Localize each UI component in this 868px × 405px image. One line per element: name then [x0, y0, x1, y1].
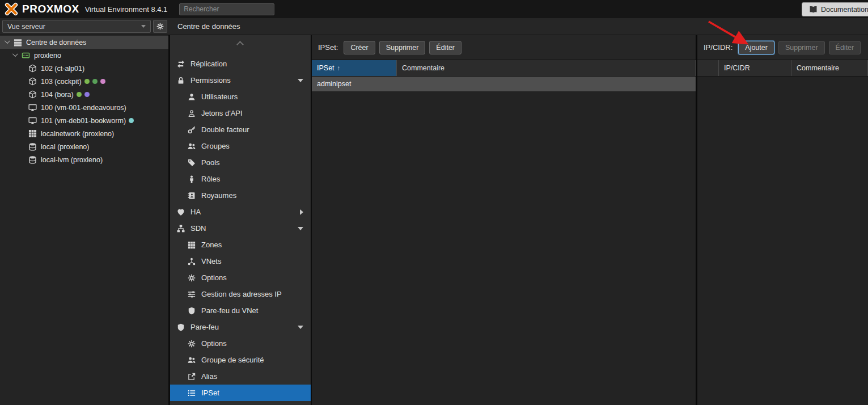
- external-link-icon: [188, 373, 196, 381]
- person-icon: [188, 175, 196, 183]
- ipcidr-panel: IP/CIDR: Ajouter Supprimer Éditer IP/CID…: [697, 35, 868, 405]
- gear-icon: [188, 274, 196, 282]
- nav-item-security-group[interactable]: Groupe de sécurité: [170, 352, 311, 368]
- list-icon: [188, 389, 196, 397]
- container-icon: [28, 64, 37, 73]
- gear-icon: [188, 340, 196, 348]
- column-header-comment[interactable]: Commentaire: [397, 60, 696, 76]
- gear-icon: [156, 23, 164, 30]
- status-dot: [77, 92, 82, 97]
- tree-item-datacenter[interactable]: Centre de données: [0, 36, 168, 49]
- tree-item-storage-local[interactable]: local (proxleno): [0, 140, 168, 153]
- datacenter-icon: [14, 38, 22, 47]
- nav-item-replication[interactable]: Réplication: [170, 56, 311, 72]
- breadcrumb: Centre de données: [177, 22, 240, 31]
- nav-item-zones[interactable]: Zones: [170, 237, 311, 253]
- search-input[interactable]: [179, 3, 274, 15]
- tree-item-label: Centre de données: [26, 39, 86, 47]
- nav-item-firewall-options[interactable]: Options: [170, 335, 311, 352]
- nav-item-ipam[interactable]: Gestion des adresses IP: [170, 286, 311, 302]
- ipset-remove-button[interactable]: Supprimer: [379, 41, 426, 54]
- column-header-ipcidr[interactable]: IP/CIDR: [719, 60, 791, 76]
- tags-icon: [188, 159, 196, 167]
- nav-item-realms[interactable]: Royaumes: [170, 187, 311, 204]
- shield-icon: [188, 307, 196, 315]
- chevron-down-icon: [5, 38, 10, 44]
- ipcidr-toolbar-label: IP/CIDR:: [704, 43, 732, 52]
- tree-settings-button[interactable]: [153, 20, 167, 33]
- ipcidr-add-button[interactable]: Ajouter: [738, 41, 774, 54]
- chevron-down-icon: [141, 25, 146, 28]
- users-icon: [188, 356, 196, 364]
- tree-item-localnetwork[interactable]: localnetwork (proxleno): [0, 127, 168, 140]
- ipset-name-cell: adminipset: [312, 80, 397, 88]
- ipset-edit-button[interactable]: Éditer: [429, 41, 461, 54]
- column-header-spacer: [697, 60, 719, 76]
- nav-item-sdn[interactable]: SDN: [170, 220, 311, 237]
- ipset-grid-empty-area: [312, 91, 696, 405]
- nav-item-sdn-options[interactable]: Options: [170, 269, 311, 286]
- nav-item-users[interactable]: Utilisateurs: [170, 88, 311, 105]
- nav-item-api-tokens[interactable]: Jetons d'API: [170, 105, 311, 121]
- top-bar: PROXMOX Virtual Environment 8.4.1 Docume…: [0, 0, 868, 18]
- version-text: Virtual Environment 8.4.1: [85, 5, 168, 14]
- column-header-comment[interactable]: Commentaire: [791, 60, 868, 76]
- ipcidr-grid-header: IP/CIDR Commentaire: [697, 60, 868, 77]
- key-icon: [188, 126, 196, 134]
- ipcidr-grid-empty-area: [697, 77, 868, 405]
- vm-icon: [28, 103, 37, 112]
- shield-icon: [177, 323, 185, 331]
- tree-item-label: local-lvm (proxleno): [41, 156, 103, 164]
- view-mode-select[interactable]: Vue serveur: [2, 20, 151, 33]
- proxmox-logo-icon: [5, 2, 18, 16]
- ipset-toolbar: IPSet: Créer Supprimer Éditer: [312, 35, 696, 60]
- tree-item-label: 102 (ct-alp01): [41, 65, 84, 73]
- chevron-down-icon: [298, 79, 303, 82]
- scroll-up-icon[interactable]: [236, 41, 244, 48]
- grid-icon: [188, 241, 196, 249]
- column-header-ipset[interactable]: IPSet↑: [312, 60, 397, 76]
- nav-item-alias[interactable]: Alias: [170, 368, 311, 385]
- nav-item-two-factor[interactable]: Double facteur: [170, 121, 311, 138]
- tree-item-ct-104[interactable]: 104 (bora): [0, 88, 168, 101]
- nav-item-vnets[interactable]: VNets: [170, 253, 311, 269]
- lock-icon: [177, 77, 185, 85]
- status-dot: [100, 79, 105, 84]
- tree-item-ct-103[interactable]: 103 (cockpit): [0, 75, 168, 88]
- view-mode-value: Vue serveur: [7, 23, 45, 31]
- tree-item-label: localnetwork (proxleno): [41, 130, 114, 138]
- ipcidr-edit-button[interactable]: Éditer: [829, 41, 861, 54]
- nav-item-roles[interactable]: Rôles: [170, 171, 311, 187]
- nav-item-pools[interactable]: Pools: [170, 154, 311, 171]
- nav-item-permissions[interactable]: Permissions: [170, 72, 311, 88]
- tree-item-ct-102[interactable]: 102 (ct-alp01): [0, 62, 168, 75]
- ipcidr-toolbar: IP/CIDR: Ajouter Supprimer Éditer: [697, 35, 868, 60]
- ipset-toolbar-label: IPSet:: [318, 43, 338, 52]
- tree-item-node-proxleno[interactable]: proxleno: [0, 49, 168, 62]
- sliders-icon: [188, 290, 196, 298]
- tree-item-label: proxleno: [34, 52, 61, 60]
- tree-item-vm-101[interactable]: 101 (vm-deb01-bookworm): [0, 114, 168, 127]
- main-area: Centre de données proxleno 102 (ct-alp01…: [0, 35, 868, 405]
- chevron-right-icon: [300, 209, 303, 215]
- nav-item-groups[interactable]: Groupes: [170, 138, 311, 154]
- documentation-button[interactable]: Documentation: [802, 2, 868, 16]
- users-icon: [188, 142, 196, 150]
- network-icon: [188, 258, 196, 265]
- tree-item-vm-100[interactable]: 100 (vm-001-endeavouros): [0, 101, 168, 114]
- nav-item-ipset[interactable]: IPSet: [170, 385, 311, 401]
- sub-bar: Vue serveur Centre de données: [0, 18, 868, 35]
- tree-item-label: 104 (bora): [41, 91, 74, 99]
- ipset-create-button[interactable]: Créer: [344, 41, 375, 54]
- nav-item-firewall[interactable]: Pare-feu: [170, 319, 311, 335]
- sync-icon: [177, 60, 185, 68]
- status-dot: [84, 79, 90, 84]
- ipcidr-remove-button[interactable]: Supprimer: [778, 41, 825, 54]
- nav-item-vnet-firewall[interactable]: Pare-feu du VNet: [170, 302, 311, 319]
- status-dot: [84, 92, 90, 97]
- container-icon: [28, 90, 37, 99]
- tree-item-label: local (proxleno): [41, 143, 89, 151]
- ipset-row-adminipset[interactable]: adminipset: [312, 77, 696, 91]
- tree-item-storage-local-lvm[interactable]: local-lvm (proxleno): [0, 153, 168, 166]
- nav-item-ha[interactable]: HA: [170, 204, 311, 220]
